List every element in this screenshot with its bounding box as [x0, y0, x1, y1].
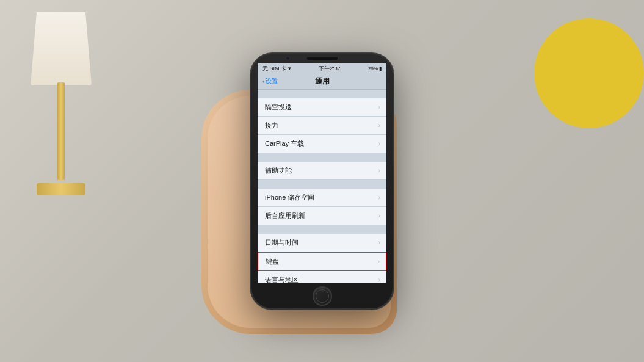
- wifi-icon: ▾: [288, 65, 291, 71]
- status-bar-left: 无 SIM 卡 ▾: [262, 65, 291, 73]
- item-label: 隔空投送: [265, 103, 292, 112]
- camera: [286, 56, 290, 60]
- section-gap-2: [258, 153, 386, 162]
- list-item[interactable]: 辅助功能 ›: [258, 162, 386, 180]
- lamp-base: [37, 183, 85, 195]
- page-title: 通用: [315, 76, 330, 87]
- item-label: CarPlay 车载: [265, 139, 304, 148]
- keyboard-label: 键盘: [266, 257, 279, 266]
- list-item[interactable]: 接力 ›: [258, 117, 386, 135]
- status-bar: 无 SIM 卡 ▾ 下午2:37 29% ▮: [258, 63, 386, 74]
- navigation-bar: ‹ 设置 通用: [258, 74, 386, 90]
- chevron-icon: ›: [378, 277, 380, 283]
- home-button[interactable]: [313, 286, 332, 305]
- battery-icon: ▮: [379, 66, 382, 71]
- yellow-decoration: [534, 18, 644, 128]
- phone-scene: 无 SIM 卡 ▾ 下午2:37 29% ▮ ‹ 设置 通用: [250, 53, 394, 310]
- chevron-icon: ›: [378, 104, 380, 110]
- speaker: [307, 57, 338, 60]
- item-label: 日期与时间: [265, 238, 298, 247]
- screen: 无 SIM 卡 ▾ 下午2:37 29% ▮ ‹ 设置 通用: [258, 63, 386, 284]
- back-label: 设置: [266, 77, 278, 85]
- lamp-pole: [57, 82, 65, 180]
- item-label: iPhone 储存空间: [265, 193, 314, 202]
- iphone-device: 无 SIM 卡 ▾ 下午2:37 29% ▮ ‹ 设置 通用: [250, 53, 394, 310]
- back-button[interactable]: ‹ 设置: [262, 77, 278, 85]
- item-label: 接力: [265, 121, 278, 130]
- chevron-icon: ›: [378, 194, 380, 201]
- back-chevron-icon: ‹: [262, 78, 264, 85]
- section-gap-4: [258, 225, 386, 234]
- settings-list: 隔空投送 › 接力 › CarPlay 车载 › 辅助功能 ›: [258, 90, 386, 284]
- chevron-icon: ›: [378, 239, 380, 246]
- list-item[interactable]: CarPlay 车载 ›: [258, 135, 386, 153]
- list-item[interactable]: 语言与地区 ›: [258, 271, 386, 284]
- chevron-icon: ›: [378, 140, 380, 147]
- chevron-icon: ›: [378, 122, 380, 129]
- list-item[interactable]: 隔空投送 ›: [258, 98, 386, 117]
- item-label: 辅助功能: [265, 166, 292, 175]
- lamp-shade: [31, 12, 92, 85]
- section-gap-1: [258, 90, 386, 98]
- list-item[interactable]: 日期与时间 ›: [258, 234, 386, 252]
- chevron-icon: ›: [378, 212, 380, 219]
- status-bar-time: 下午2:37: [319, 65, 341, 73]
- home-button-inner: [316, 289, 329, 303]
- item-label: 语言与地区: [265, 275, 298, 284]
- carrier-label: 无 SIM 卡: [262, 65, 286, 73]
- section-gap-3: [258, 180, 386, 189]
- item-label: 后台应用刷新: [265, 211, 305, 220]
- keyboard-list-item[interactable]: 键盘 ›: [258, 252, 386, 271]
- status-bar-right: 29% ▮: [368, 66, 382, 71]
- battery-label: 29%: [368, 66, 378, 71]
- list-item[interactable]: iPhone 储存空间 ›: [258, 189, 386, 207]
- chevron-icon: ›: [378, 258, 380, 265]
- chevron-icon: ›: [378, 167, 380, 174]
- list-item[interactable]: 后台应用刷新 ›: [258, 207, 386, 225]
- lamp-decoration: [18, 12, 104, 195]
